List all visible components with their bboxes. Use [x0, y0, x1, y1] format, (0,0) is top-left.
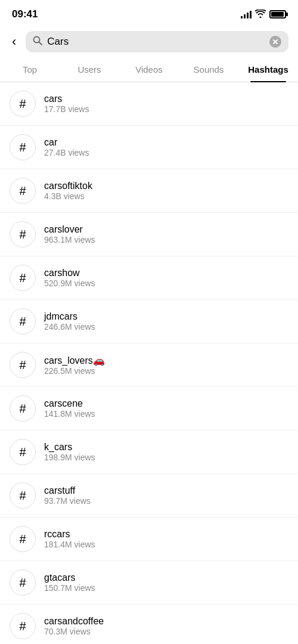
hashtag-info: carslover963.1M views — [44, 224, 288, 244]
hashtag-item[interactable]: #carstuff93.7M views — [0, 474, 298, 518]
hashtag-name: carsandcoffee — [44, 616, 288, 627]
hashtag-name: car — [44, 137, 288, 148]
hashtag-icon: # — [10, 91, 36, 117]
status-icons — [241, 10, 286, 20]
status-bar: 09:41 — [0, 0, 298, 26]
search-input[interactable] — [47, 36, 265, 48]
hashtag-name: cars — [44, 94, 288, 104]
hashtag-views: 150.7M views — [44, 583, 288, 593]
search-bar — [26, 31, 288, 52]
hashtag-list: #cars17.7B views#car27.4B views#carsofti… — [0, 82, 298, 644]
hashtag-icon: # — [10, 526, 36, 552]
hashtag-item[interactable]: #car27.4B views — [0, 126, 298, 169]
hashtag-info: carscene141.8M views — [44, 398, 288, 419]
hashtag-item[interactable]: #carshow520.9M views — [0, 256, 298, 300]
tab-top[interactable]: Top — [0, 57, 60, 82]
svg-line-1 — [39, 42, 42, 45]
hashtag-icon: # — [10, 395, 36, 422]
hashtag-info: car27.4B views — [44, 137, 288, 157]
hashtag-item[interactable]: #rccars181.4M views — [0, 518, 298, 561]
hashtag-info: carshow520.9M views — [44, 268, 288, 288]
hashtag-name: carstuff — [44, 485, 288, 496]
hashtag-views: 17.7B views — [44, 104, 288, 114]
battery-icon — [269, 10, 286, 18]
hashtag-views: 246.6M views — [44, 322, 288, 332]
hashtag-icon: # — [10, 221, 36, 247]
clear-button[interactable] — [269, 36, 281, 48]
signal-icon — [241, 10, 252, 18]
hashtag-icon: # — [10, 352, 36, 378]
hashtag-views: 27.4B views — [44, 148, 288, 157]
status-time: 09:41 — [12, 8, 38, 20]
hashtag-item[interactable]: #gtacars150.7M views — [0, 561, 298, 605]
tab-hashtags[interactable]: Hashtags — [238, 57, 298, 82]
tab-videos[interactable]: Videos — [119, 57, 179, 82]
hashtag-name: carslover — [44, 224, 288, 235]
hashtag-item[interactable]: #carscene141.8M views — [0, 387, 298, 431]
hashtag-views: 93.7M views — [44, 496, 288, 506]
hashtag-item[interactable]: #carsoftiktok4.3B views — [0, 169, 298, 213]
hashtag-views: 181.4M views — [44, 540, 288, 549]
hashtag-info: rccars181.4M views — [44, 529, 288, 549]
hashtag-icon: # — [10, 482, 36, 509]
hashtag-info: cars17.7B views — [44, 94, 288, 114]
hashtag-icon: # — [10, 308, 36, 335]
hashtag-views: 4.3B views — [44, 191, 288, 201]
hashtag-views: 520.9M views — [44, 278, 288, 288]
hashtag-icon: # — [10, 178, 36, 204]
hashtag-name: rccars — [44, 529, 288, 540]
hashtag-item[interactable]: #cars_lovers🚗226.5M views — [0, 343, 298, 387]
hashtag-info: gtacars150.7M views — [44, 572, 288, 593]
hashtag-info: cars_lovers🚗226.5M views — [44, 355, 288, 376]
hashtag-name: k_cars — [44, 442, 288, 453]
hashtag-item[interactable]: #carslover963.1M views — [0, 213, 298, 256]
hashtag-item[interactable]: #k_cars198.9M views — [0, 431, 298, 474]
hashtag-info: jdmcars246.6M views — [44, 311, 288, 332]
wifi-icon — [255, 10, 266, 20]
hashtag-info: carstuff93.7M views — [44, 485, 288, 506]
hashtag-info: carsoftiktok4.3B views — [44, 181, 288, 201]
hashtag-item[interactable]: #carsandcoffee70.3M views — [0, 605, 298, 644]
hashtag-views: 70.3M views — [44, 627, 288, 636]
hashtag-views: 226.5M views — [44, 366, 288, 376]
hashtag-name: gtacars — [44, 572, 288, 583]
hashtag-info: carsandcoffee70.3M views — [44, 616, 288, 636]
hashtag-info: k_cars198.9M views — [44, 442, 288, 462]
hashtag-name: carsoftiktok — [44, 181, 288, 191]
hashtag-icon: # — [10, 134, 36, 160]
hashtag-icon: # — [10, 265, 36, 291]
hashtag-name: carscene — [44, 398, 288, 409]
hashtag-icon: # — [10, 569, 36, 596]
hashtag-views: 963.1M views — [44, 235, 288, 244]
back-button[interactable]: ‹ — [10, 32, 18, 52]
hashtag-item[interactable]: #cars17.7B views — [0, 82, 298, 126]
search-container: ‹ — [0, 26, 298, 57]
hashtag-item[interactable]: #jdmcars246.6M views — [0, 300, 298, 343]
tab-sounds[interactable]: Sounds — [179, 57, 238, 82]
hashtag-name: carshow — [44, 268, 288, 278]
hashtag-views: 198.9M views — [44, 453, 288, 462]
tab-users[interactable]: Users — [60, 57, 119, 82]
hashtag-name: cars_lovers🚗 — [44, 355, 288, 366]
hashtag-name: jdmcars — [44, 311, 288, 322]
search-icon — [33, 36, 42, 48]
hashtag-icon: # — [10, 439, 36, 465]
hashtag-icon: # — [10, 613, 36, 639]
hashtag-views: 141.8M views — [44, 409, 288, 419]
tab-bar: Top Users Videos Sounds Hashtags — [0, 57, 298, 82]
